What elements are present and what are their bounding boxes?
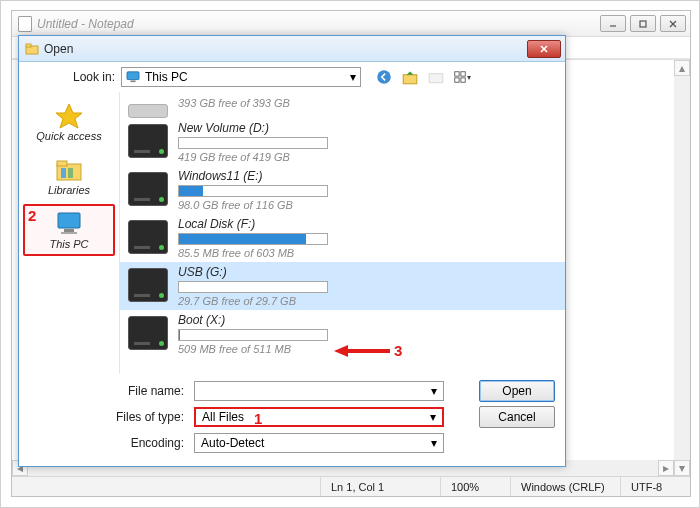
dialog-title: Open — [44, 42, 73, 56]
dialog-titlebar[interactable]: Open — [19, 36, 565, 62]
drive-usage-bar — [178, 233, 328, 245]
lookin-value: This PC — [145, 70, 188, 84]
drive-row[interactable]: New Volume (D:)419 GB free of 419 GB — [120, 118, 565, 166]
libraries-icon — [54, 156, 84, 184]
drive-usage-bar — [178, 137, 328, 149]
drive-row[interactable]: Windows11 (E:)98.0 GB free of 116 GB — [120, 166, 565, 214]
open-file-dialog: Open Look in: This PC ▾ — [18, 35, 566, 467]
open-button[interactable]: Open — [479, 380, 555, 402]
drive-usage-bar — [178, 185, 328, 197]
drive-row[interactable]: Local Disk (F:)85.5 MB free of 603 MB — [120, 214, 565, 262]
place-label: This PC — [49, 238, 88, 250]
svg-rect-20 — [61, 168, 66, 178]
place-label: Libraries — [48, 184, 90, 196]
svg-rect-16 — [461, 78, 465, 82]
drive-name: Windows11 (E:) — [178, 169, 557, 183]
monitor-icon — [54, 210, 84, 238]
lookin-label: Look in: — [27, 70, 115, 84]
notepad-titlebar[interactable]: Untitled - Notepad — [12, 11, 690, 37]
svg-rect-23 — [64, 229, 74, 232]
status-zoom: 100% — [440, 477, 510, 496]
window-title: Untitled - Notepad — [37, 17, 134, 31]
drive-info: Windows11 (E:)98.0 GB free of 116 GB — [178, 169, 557, 211]
drive-free-text: 419 GB free of 419 GB — [178, 151, 557, 163]
chevron-down-icon[interactable]: ▾ — [431, 384, 437, 398]
notepad-window: Untitled - Notepad File Edit Format View… — [11, 10, 691, 497]
lookin-dropdown[interactable]: This PC ▾ — [121, 67, 361, 87]
place-label: Quick access — [36, 130, 101, 142]
drive-free-text: 85.5 MB free of 603 MB — [178, 247, 557, 259]
dialog-close-button[interactable] — [527, 40, 561, 58]
status-encoding: UTF-8 — [620, 477, 690, 496]
drive-free-text: 29.7 GB free of 29.7 GB — [178, 295, 557, 307]
drive-icon — [128, 220, 168, 254]
drive-name: USB (G:) — [178, 265, 557, 279]
up-folder-icon[interactable] — [401, 68, 419, 86]
files-of-type-value: All Files — [202, 410, 244, 424]
svg-rect-12 — [429, 74, 443, 83]
drive-info: USB (G:)29.7 GB free of 29.7 GB — [178, 265, 557, 307]
this-pc-icon — [126, 71, 140, 83]
file-name-input[interactable]: ▾ — [194, 381, 444, 401]
dialog-bottom-panel: File name: ▾ Open Files of type: All Fil… — [19, 374, 565, 466]
back-icon[interactable] — [375, 68, 393, 86]
drive-icon — [128, 268, 168, 302]
status-eol: Windows (CRLF) — [510, 477, 620, 496]
notepad-statusbar: Ln 1, Col 1 100% Windows (CRLF) UTF-8 — [12, 476, 690, 496]
drive-icon — [128, 316, 168, 350]
views-icon[interactable]: ▾ — [453, 68, 471, 86]
svg-rect-1 — [640, 21, 646, 27]
svg-rect-14 — [461, 72, 465, 76]
svg-marker-26 — [334, 345, 348, 357]
drive-usage-bar — [178, 281, 328, 293]
svg-point-10 — [377, 70, 391, 84]
drive-name: Boot (X:) — [178, 313, 557, 327]
scroll-up-arrow-icon[interactable]: ▴ — [674, 60, 690, 76]
svg-rect-9 — [130, 80, 135, 82]
place-libraries[interactable]: Libraries — [23, 150, 115, 202]
scroll-down-arrow-icon[interactable]: ▾ — [674, 460, 690, 476]
maximize-button[interactable] — [630, 15, 656, 32]
drive-list: 393 GB free of 393 GBNew Volume (D:)419 … — [119, 92, 565, 374]
file-name-label: File name: — [19, 384, 184, 398]
drive-row[interactable]: USB (G:)29.7 GB free of 29.7 GB — [120, 262, 565, 310]
files-of-type-dropdown[interactable]: All Files 1 ▾ — [194, 407, 444, 427]
svg-rect-11 — [403, 75, 417, 84]
image-frame: Untitled - Notepad File Edit Format View… — [0, 0, 700, 508]
svg-rect-22 — [58, 213, 80, 228]
place-quick-access[interactable]: Quick access — [23, 96, 115, 148]
drive-info: Local Disk (F:)85.5 MB free of 603 MB — [178, 217, 557, 259]
new-folder-icon[interactable] — [427, 68, 445, 86]
star-icon — [54, 102, 84, 130]
drive-name: Local Disk (F:) — [178, 217, 557, 231]
cancel-button[interactable]: Cancel — [479, 406, 555, 428]
drive-info: New Volume (D:)419 GB free of 419 GB — [178, 121, 557, 163]
files-of-type-label: Files of type: — [19, 410, 184, 424]
chevron-down-icon[interactable]: ▾ — [430, 410, 436, 424]
chevron-down-icon[interactable]: ▾ — [431, 436, 437, 450]
annotation-1: 1 — [254, 410, 262, 427]
dialog-icon — [25, 42, 39, 56]
status-cursor-pos: Ln 1, Col 1 — [320, 477, 440, 496]
annotation-3: 3 — [394, 342, 402, 359]
drive-usage-bar — [178, 329, 328, 341]
drive-free-text: 393 GB free of 393 GB — [178, 97, 557, 109]
svg-rect-8 — [127, 72, 139, 80]
annotation-3-arrow: 3 — [334, 342, 402, 359]
encoding-dropdown[interactable]: Auto-Detect ▾ — [194, 433, 444, 453]
notepad-icon — [18, 16, 32, 32]
drive-info: 393 GB free of 393 GB — [178, 97, 557, 109]
vertical-scrollbar[interactable]: ▴ ▾ — [674, 60, 690, 476]
drive-row[interactable]: 393 GB free of 393 GB — [120, 94, 565, 118]
svg-rect-19 — [57, 161, 67, 166]
close-button[interactable] — [660, 15, 686, 32]
drive-icon — [128, 124, 168, 158]
encoding-value: Auto-Detect — [201, 436, 264, 450]
place-this-pc[interactable]: 2 This PC — [23, 204, 115, 256]
scroll-right-arrow-icon[interactable]: ▸ — [658, 460, 674, 476]
minimize-button[interactable] — [600, 15, 626, 32]
encoding-label: Encoding: — [19, 436, 184, 450]
drive-name: New Volume (D:) — [178, 121, 557, 135]
svg-rect-15 — [455, 78, 459, 82]
svg-rect-5 — [26, 44, 31, 47]
